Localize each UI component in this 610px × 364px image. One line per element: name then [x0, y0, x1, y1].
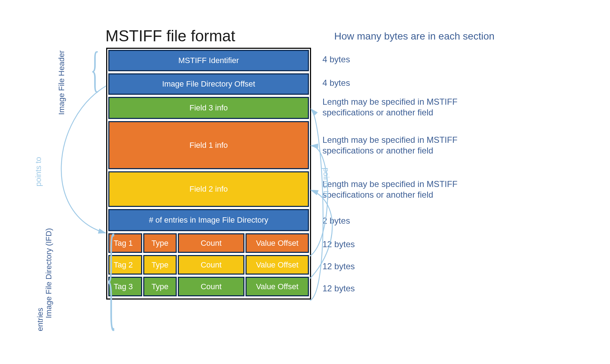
block-ifd-offset: Image File Directory Offset: [108, 73, 309, 95]
cell-count: Count: [178, 233, 244, 253]
table-row: Tag 2 Type Count Value Offset: [108, 255, 309, 275]
cell-type: Type: [143, 277, 177, 296]
cell-offset: Value Offset: [245, 233, 309, 253]
points-to-right: points to: [321, 167, 331, 197]
cell-offset: Value Offset: [245, 255, 309, 275]
block-field2: Field 2 info: [108, 171, 309, 207]
cell-offset: Value Offset: [245, 277, 309, 296]
block-field3: Field 3 info: [108, 97, 309, 119]
ann-field1: Length may be specified in MSTIFF specif…: [322, 120, 486, 171]
cell-count: Count: [178, 255, 244, 275]
brace-ifd: {: [107, 217, 116, 334]
brace-header: {: [91, 44, 99, 94]
ann-num-entries: 2 bytes: [322, 208, 486, 233]
ann-row1: 12 bytes: [322, 233, 486, 255]
diagram-container: MSTIFF file format How many bytes are in…: [49, 27, 562, 340]
points-to-left: points to: [34, 157, 43, 186]
ann-field3: Length may be specified in MSTIFF specif…: [322, 95, 486, 120]
cell-type: Type: [143, 233, 177, 253]
ann-identifier: 4 bytes: [322, 48, 486, 71]
table-row: Tag 3 Type Count Value Offset: [108, 277, 309, 296]
table-row: Tag 1 Type Count Value Offset: [108, 233, 309, 253]
cell-type: Type: [143, 255, 177, 275]
ifd-label-2: entries: [36, 308, 45, 331]
diagram-area: Image File Header points to Image File D…: [49, 48, 562, 300]
ann-ifd-offset: 4 bytes: [322, 71, 486, 95]
bytes-header: How many bytes are in each section: [334, 31, 495, 42]
block-identifier: MSTIFF Identifier: [108, 50, 309, 71]
annotations-column: 4 bytes 4 bytes Length may be specified …: [322, 48, 486, 300]
ann-row2: 12 bytes: [322, 255, 486, 277]
ann-field2: Length may be specified in MSTIFF specif…: [322, 171, 486, 208]
ann-row3: 12 bytes: [322, 277, 486, 300]
main-box: MSTIFF Identifier Image File Directory O…: [106, 48, 311, 300]
cell-count: Count: [178, 277, 244, 296]
block-num-entries: # of entries in Image File Directory: [108, 209, 309, 231]
ifd-label-1: Image File Directory (IFD): [44, 228, 53, 318]
header-label: Image File Header: [57, 51, 66, 115]
block-field1: Field 1 info: [108, 121, 309, 169]
left-labels: Image File Header points to Image File D…: [49, 48, 106, 300]
